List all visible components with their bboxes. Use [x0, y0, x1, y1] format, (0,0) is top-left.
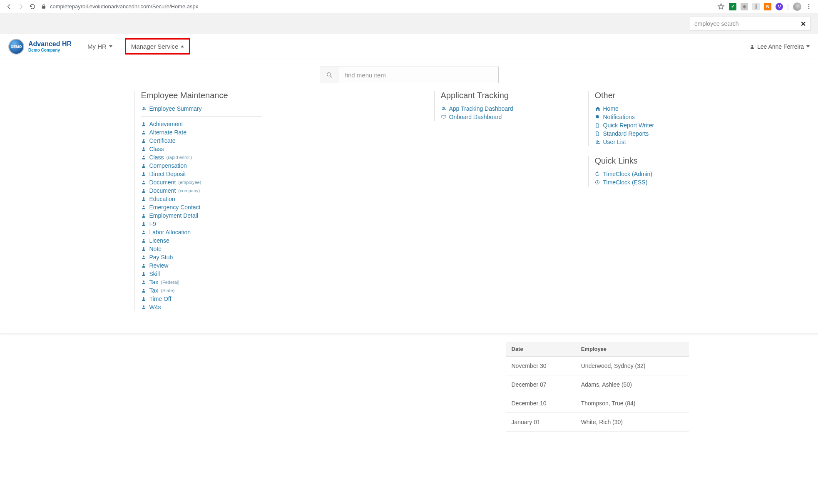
svg-point-10: [143, 131, 144, 132]
link-onboard-dashboard[interactable]: Onboard Dashboard: [441, 113, 572, 121]
brand-subtitle: Demo Company: [28, 48, 72, 52]
svg-point-3: [808, 8, 810, 9]
link-review[interactable]: Review: [141, 261, 418, 270]
svg-point-25: [143, 256, 144, 257]
link-direct-deposit[interactable]: Direct Deposit: [141, 170, 418, 178]
link-quick-report-writer[interactable]: Quick Report Writer: [595, 121, 713, 129]
arrow-right-icon: [17, 3, 24, 10]
reload-button[interactable]: [27, 1, 38, 12]
table-row[interactable]: January 01White, Rich (30): [506, 413, 689, 432]
svg-rect-0: [42, 6, 45, 8]
upcoming-table: Date Employee November 30Underwood, Sydn…: [506, 342, 689, 432]
cell-employee: White, Rich (30): [575, 413, 689, 432]
link-emergency-contact[interactable]: Emergency Contact: [141, 203, 418, 211]
svg-point-1: [808, 4, 810, 5]
link-label: Standard Reports: [603, 130, 649, 137]
link-timeclock-ess[interactable]: TimeClock (ESS): [595, 178, 713, 186]
browser-actions: ✓ ◆ ❚ N V |: [717, 2, 815, 11]
user-icon: [141, 196, 147, 201]
brand[interactable]: DEMO Advanced HR Demo Company: [8, 39, 72, 55]
link-tax-state[interactable]: Tax (State): [141, 286, 418, 295]
table-row[interactable]: November 30Underwood, Sydney (32): [506, 357, 689, 375]
employee-search-input[interactable]: [694, 20, 801, 27]
link-notifications[interactable]: Notifications: [595, 113, 713, 121]
link-i-9[interactable]: I-9: [141, 220, 418, 228]
link-user-list[interactable]: User List: [595, 138, 713, 146]
back-button[interactable]: [3, 1, 15, 12]
app-header: DEMO Advanced HR Demo Company My HR Mana…: [0, 34, 818, 59]
link-license[interactable]: License: [141, 236, 418, 245]
ext-green-icon[interactable]: ✓: [729, 3, 736, 10]
link-employment-detail[interactable]: Employment Detail: [141, 211, 418, 220]
chevron-up-icon: [181, 45, 184, 47]
url-bar[interactable]: completepayroll.evolutionadvancedhr.com/…: [38, 3, 717, 10]
link-class[interactable]: Class: [141, 145, 418, 153]
arrow-left-icon: [6, 3, 12, 10]
user-icon: [141, 280, 147, 285]
forward-button[interactable]: [15, 1, 27, 12]
link-document-employee[interactable]: Document (employee): [141, 178, 418, 186]
link-note[interactable]: Note: [141, 245, 418, 253]
svg-point-2: [808, 6, 810, 7]
link-employee-summary[interactable]: Employee Summary: [141, 104, 262, 113]
link-w4s[interactable]: W4s: [141, 303, 418, 311]
clear-icon[interactable]: ✕: [801, 20, 806, 28]
profile-avatar[interactable]: [793, 2, 801, 11]
link-subtext: (rapid enroll): [167, 155, 192, 160]
nav-my-hr[interactable]: My HR: [82, 40, 117, 53]
link-labor-allocation[interactable]: Labor Allocation: [141, 228, 418, 236]
link-standard-reports[interactable]: Standard Reports: [595, 129, 713, 138]
reload-icon: [29, 3, 36, 10]
link-timeclock-admin[interactable]: TimeClock (Admin): [595, 170, 713, 178]
user-icon: [141, 138, 147, 143]
link-subtext: (employee): [178, 180, 201, 185]
menu-search[interactable]: [320, 67, 499, 83]
link-label: User List: [603, 139, 626, 145]
link-compensation[interactable]: Compensation: [141, 161, 418, 170]
user-icon: [750, 44, 755, 49]
file-icon: [595, 131, 601, 136]
menu-search-input[interactable]: [339, 72, 498, 79]
brand-title: Advanced HR: [28, 40, 72, 48]
nav-manager-service[interactable]: Manager Service: [125, 38, 190, 55]
home-icon: [595, 106, 601, 111]
table-row[interactable]: December 07Adams, Ashlee (50): [506, 375, 689, 394]
ext-grey-icon[interactable]: ◆: [741, 3, 748, 10]
link-subtext: (State): [161, 288, 174, 293]
link-label: Tax: [149, 279, 159, 286]
link-pay-stub[interactable]: Pay Stub: [141, 253, 418, 261]
link-label: Review: [149, 262, 169, 269]
monitor-icon: [441, 114, 447, 119]
section-quick-links: Quick Links TimeClock (Admin)TimeClock (…: [588, 156, 713, 186]
link-class-rapid-enroll[interactable]: Class (rapid enroll): [141, 153, 418, 161]
table-row[interactable]: December 10Thompson, True (84): [506, 394, 689, 413]
user-icon: [141, 146, 147, 151]
user-menu[interactable]: Lee Anne Ferreira: [750, 43, 810, 50]
user-icon: [141, 188, 147, 193]
user-icon: [141, 221, 147, 226]
link-achievement[interactable]: Achievement: [141, 120, 418, 128]
user-icon: [141, 205, 147, 210]
user-icon: [141, 238, 147, 243]
user-icon: [141, 122, 147, 127]
link-tax-federal[interactable]: Tax (Federal): [141, 278, 418, 286]
link-alternate-rate[interactable]: Alternate Rate: [141, 128, 418, 137]
ext-light-icon[interactable]: ❚: [752, 3, 760, 10]
link-education[interactable]: Education: [141, 195, 418, 203]
ext-orange-icon[interactable]: N: [764, 3, 771, 10]
link-time-off[interactable]: Time Off: [141, 295, 418, 303]
cell-employee: Adams, Ashlee (50): [575, 375, 689, 394]
link-app-tracking-dashboard[interactable]: App Tracking Dashboard: [441, 104, 572, 113]
url-text: completepayroll.evolutionadvancedhr.com/…: [50, 3, 198, 10]
section-title: Quick Links: [595, 156, 713, 166]
kebab-icon[interactable]: [806, 3, 812, 10]
ext-purple-icon[interactable]: V: [776, 3, 783, 10]
employee-search[interactable]: ✕: [690, 17, 811, 31]
link-skill[interactable]: Skill: [141, 270, 418, 278]
svg-point-9: [143, 122, 144, 124]
link-document-company[interactable]: Document (company): [141, 186, 418, 195]
link-certificate[interactable]: Certificate: [141, 137, 418, 145]
link-label: Home: [603, 105, 619, 112]
link-home[interactable]: Home: [595, 104, 713, 113]
star-icon[interactable]: [717, 3, 725, 10]
